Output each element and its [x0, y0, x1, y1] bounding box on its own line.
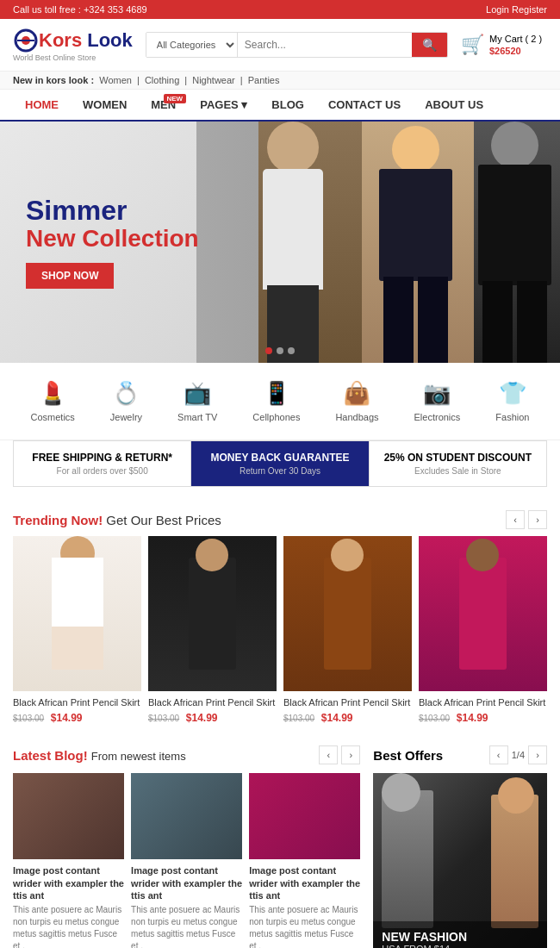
offers-next-arrow[interactable]: › — [528, 745, 547, 764]
hero-dot-1[interactable] — [265, 347, 272, 354]
shop-now-button[interactable]: SHOP NOW — [26, 263, 114, 289]
electronics-icon: 📷 — [423, 380, 451, 407]
register-link[interactable]: Register — [512, 4, 547, 15]
logo[interactable]: Kors Look World Best Online Store — [13, 28, 133, 62]
nav-blog[interactable]: BLOG — [259, 90, 316, 120]
cat-cellphones[interactable]: 📱 Cellphones — [252, 380, 300, 422]
promo-moneyback-sub: Return Over 30 Days — [204, 466, 355, 476]
trending-title: Trending Now! Get Our Best Prices — [13, 513, 221, 527]
offer-card[interactable]: NEW FASHION USA FROM $14 — [373, 773, 547, 948]
promo-discount-sub: Excludes Sale in Store — [383, 466, 533, 476]
product-card-2[interactable]: Black African Print Pencil Skirt $103.00… — [148, 536, 277, 724]
product-card-4[interactable]: Black African Print Pencil Skirt $103.00… — [419, 536, 547, 724]
nav-contact[interactable]: CONTACT US — [316, 90, 413, 120]
offers-prev-arrow[interactable]: ‹ — [489, 745, 508, 764]
hero-content: Simmer New Collection SHOP NOW — [26, 196, 199, 289]
blog-desc-3: This ante posuere ac Mauris non turpis e… — [249, 904, 360, 948]
blog-image-1 — [13, 773, 124, 859]
blog-prev-arrow[interactable]: ‹ — [319, 745, 338, 764]
cat-cosmetics-label: Cosmetics — [30, 412, 74, 422]
cat-cellphones-label: Cellphones — [252, 412, 300, 422]
breadcrumb-link-clothing[interactable]: Clothing — [145, 75, 179, 85]
product-image-1 — [13, 536, 141, 691]
product-image-3 — [283, 536, 412, 691]
breadcrumb-link-women[interactable]: Women — [99, 75, 132, 85]
top-bar: Call us toll free : +324 353 4689 Login … — [0, 0, 560, 19]
promo-shipping-sub: For all orders over $500 — [27, 466, 177, 476]
cat-handbags[interactable]: 👜 Handbags — [335, 380, 378, 422]
login-link[interactable]: Login — [486, 4, 509, 15]
cat-jewelry[interactable]: 💍 Jewelry — [110, 380, 142, 422]
blog-grid: Image post contant wrider with exampler … — [13, 773, 360, 948]
product-prices-2: $103.00 $14.99 — [148, 711, 277, 724]
blog-title-2: Image post contant wrider with exampler … — [131, 864, 242, 901]
product-new-price-1: $14.99 — [51, 712, 83, 724]
trending-next-arrow[interactable]: › — [528, 510, 547, 529]
nav-home[interactable]: HOME — [13, 90, 71, 120]
nav-about[interactable]: ABOUT US — [413, 90, 495, 120]
breadcrumb-link-nightwear[interactable]: Nightwear — [192, 75, 235, 85]
offers-section: Best Offers ‹ 1/4 › NEW FASHION USA FROM… — [373, 745, 547, 948]
promo-moneyback: MONEY BACK GUARANTEE Return Over 30 Days — [191, 441, 369, 486]
products-grid: Black African Print Pencil Skirt $103.00… — [0, 536, 560, 737]
cat-smarttv[interactable]: 📺 Smart TV — [177, 380, 217, 422]
hero-dots — [265, 347, 295, 354]
promo-shipping: FREE SHIPPING & RETURN* For all orders o… — [14, 441, 191, 486]
hero-dot-2[interactable] — [277, 347, 283, 354]
product-prices-4: $103.00 $14.99 — [419, 711, 547, 724]
search-input[interactable] — [238, 33, 412, 57]
hero-dot-3[interactable] — [288, 347, 295, 354]
cat-handbags-label: Handbags — [335, 412, 378, 422]
blog-section: Latest Blog! From newest items ‹ › Image… — [13, 745, 360, 948]
top-bar-links: Login Register — [486, 4, 547, 15]
search-button[interactable]: 🔍 — [412, 33, 447, 57]
cart-label: My Cart — [489, 34, 523, 44]
cart-icon: 🛒 — [461, 34, 484, 56]
nav-men[interactable]: MEN NEW — [139, 90, 188, 120]
trending-nav: ‹ › — [506, 510, 547, 529]
product-name-2: Black African Print Pencil Skirt — [148, 696, 277, 708]
breadcrumb-link-panties[interactable]: Panties — [248, 75, 280, 85]
category-select[interactable]: All Categories — [146, 33, 238, 57]
nav-women[interactable]: WOMEN — [71, 90, 139, 120]
blog-offers-section: Latest Blog! From newest items ‹ › Image… — [0, 737, 560, 948]
product-new-price-3: $14.99 — [321, 712, 353, 724]
cat-electronics-label: Electronics — [414, 412, 461, 422]
cat-cosmetics[interactable]: 💄 Cosmetics — [30, 380, 74, 422]
cat-smarttv-label: Smart TV — [177, 412, 217, 422]
fashion-icon: 👕 — [499, 380, 526, 407]
nav-pages[interactable]: PAGES ▾ — [188, 90, 259, 120]
hero-background: 25 — [196, 122, 561, 363]
offers-pagination-area: ‹ 1/4 › — [489, 745, 547, 764]
blog-header: Latest Blog! From newest items ‹ › — [13, 745, 360, 764]
offers-title: Best Offers — [373, 748, 443, 763]
product-old-price-1: $103.00 — [13, 714, 44, 723]
cat-electronics[interactable]: 📷 Electronics — [414, 380, 461, 422]
promo-banners: FREE SHIPPING & RETURN* For all orders o… — [13, 440, 547, 487]
promo-discount-title: 25% ON STUDENT DISCOUNT — [383, 452, 533, 464]
product-card-3[interactable]: Black African Print Pencil Skirt $103.00… — [283, 536, 412, 724]
blog-title: Latest Blog! From newest items — [13, 748, 186, 763]
blog-card-2: Image post contant wrider with exampler … — [131, 773, 242, 948]
cellphones-icon: 📱 — [263, 380, 290, 407]
product-prices-1: $103.00 $14.99 — [13, 711, 141, 724]
promo-shipping-title: FREE SHIPPING & RETURN* — [27, 452, 177, 464]
product-card-1[interactable]: Black African Print Pencil Skirt $103.00… — [13, 536, 141, 724]
product-image-4 — [419, 536, 547, 691]
blog-card-3: Image post contant wrider with exampler … — [249, 773, 360, 948]
offers-header: Best Offers ‹ 1/4 › — [373, 745, 547, 764]
blog-title-3: Image post contant wrider with exampler … — [249, 864, 360, 901]
blog-nav: ‹ › — [319, 745, 360, 764]
hero-banner: 25 Simmer New Collect — [0, 122, 560, 363]
blog-next-arrow[interactable]: › — [341, 745, 360, 764]
blog-card-1: Image post contant wrider with exampler … — [13, 773, 124, 948]
cat-fashion[interactable]: 👕 Fashion — [495, 380, 529, 422]
cart-area[interactable]: 🛒 My Cart ( 2 ) $26520 — [461, 33, 547, 58]
promo-moneyback-title: MONEY BACK GUARANTEE — [204, 452, 355, 464]
product-prices-3: $103.00 $14.99 — [283, 711, 412, 724]
new-badge: NEW — [164, 94, 187, 103]
offer-sub: USA FROM $14 — [382, 944, 538, 948]
product-name-1: Black African Print Pencil Skirt — [13, 696, 141, 708]
trending-prev-arrow[interactable]: ‹ — [506, 510, 525, 529]
offers-pagination: 1/4 — [512, 750, 525, 760]
